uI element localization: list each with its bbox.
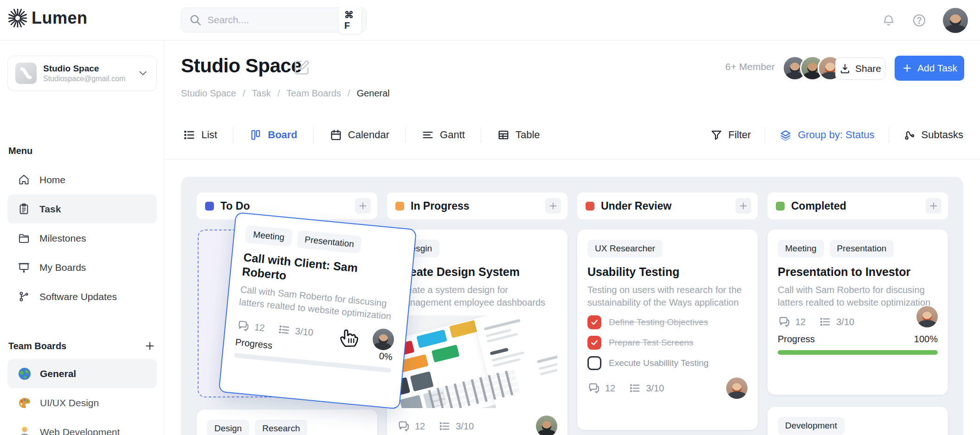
sidebar-item-software-updates[interactable]: Software Updates — [7, 282, 157, 311]
tag-chip[interactable]: Presentation — [830, 240, 894, 257]
tag-chip[interactable]: Presentation — [297, 230, 362, 254]
list-view-icon — [183, 128, 196, 141]
member-avatars[interactable] — [782, 56, 843, 81]
task-card-completed-peek[interactable]: Development — [767, 407, 948, 435]
tag-chip[interactable]: Meeting — [245, 225, 293, 247]
comments-meta[interactable]: 12 — [397, 420, 425, 433]
tab-calendar[interactable]: Calendar — [328, 128, 391, 141]
comments-meta[interactable]: 12 — [587, 382, 615, 395]
assignee-avatar[interactable] — [916, 306, 938, 327]
checklist-item[interactable]: Prepare Test Screens — [587, 336, 748, 350]
subtasks-button[interactable]: Subtasks — [903, 128, 964, 141]
team-boards-label: Team Boards — [8, 341, 66, 352]
tab-separator — [481, 127, 481, 143]
tag-chip[interactable]: Design — [207, 420, 249, 435]
tag-chip[interactable]: UX Researcher — [587, 240, 663, 257]
assignee-avatar[interactable] — [372, 328, 395, 351]
edit-title-icon[interactable] — [293, 58, 311, 76]
workspace-name: Studio Space — [43, 64, 125, 74]
group-by-button[interactable]: Group by: Status — [779, 128, 874, 141]
task-card-usability-testing[interactable]: UX Researcher Usability Testing Testing … — [577, 230, 758, 430]
add-task-button[interactable]: Add Task — [895, 56, 964, 81]
status-dot-todo — [205, 202, 214, 211]
sidebar-item-my-boards[interactable]: My Boards — [7, 253, 157, 282]
sidebar-board-web-development[interactable]: Web Development — [7, 417, 157, 435]
search-input[interactable] — [207, 14, 333, 26]
subtasks-meta[interactable]: 3/10 — [277, 323, 314, 339]
progress-bar — [778, 350, 938, 355]
page-title: Studio Space — [181, 55, 302, 77]
card-description: Call with Sam Roberto for discusing latt… — [778, 284, 938, 309]
kanban-board: To Do In Progress Under Review Completed… — [181, 177, 963, 435]
task-card-create-design-system[interactable]: Desgin Create Design System Create a sys… — [387, 230, 567, 435]
task-card-presentation-to-investor[interactable]: Meeting Presentation Presentation to Inv… — [767, 230, 948, 395]
workspace-email: Studiospace@gmail.com — [43, 75, 125, 83]
sidebar-item-home[interactable]: Home — [7, 165, 157, 194]
tab-list[interactable]: List — [181, 128, 219, 141]
home-icon — [18, 173, 30, 186]
subtasks-count: 3/10 — [646, 383, 664, 394]
group-by-label: Group by: Status — [798, 129, 874, 141]
checkbox-checked-icon[interactable] — [587, 336, 601, 350]
notifications-bell-icon[interactable] — [882, 13, 896, 27]
subtasks-count: 3/10 — [456, 421, 474, 432]
filter-button[interactable]: Filter — [710, 128, 751, 141]
tab-gantt[interactable]: Gantt — [419, 128, 467, 141]
column-header-completed: Completed — [767, 192, 948, 219]
branch-icon — [18, 290, 30, 303]
subtasks-meta[interactable]: 3/10 — [438, 420, 474, 433]
share-button[interactable]: Share — [835, 58, 885, 80]
checklist-item[interactable]: Execute Usabillity Testing — [587, 356, 748, 370]
help-icon[interactable] — [912, 13, 926, 27]
tag-chip[interactable]: Meeting — [778, 240, 824, 257]
tag-chip[interactable]: Development — [778, 417, 845, 435]
tab-table[interactable]: Table — [495, 128, 542, 141]
add-card-button[interactable] — [355, 198, 371, 214]
tag-chip[interactable]: Research — [255, 420, 307, 435]
search-bar[interactable]: ⌘ F — [181, 7, 367, 32]
sidebar-item-label: Home — [39, 174, 65, 186]
technologist-icon — [18, 425, 32, 435]
status-dot-in-progress — [395, 202, 404, 211]
workspace-logo — [15, 63, 37, 84]
subtasks-label: Subtasks — [922, 129, 964, 141]
sidebar-item-label: Software Updates — [39, 291, 117, 302]
status-dot-completed — [776, 202, 785, 211]
add-card-button[interactable] — [735, 198, 751, 214]
sidebar-item-task[interactable]: Task — [7, 194, 157, 224]
tab-label: Calendar — [348, 129, 389, 141]
checkbox-unchecked-icon[interactable] — [587, 356, 601, 370]
comments-meta[interactable]: 12 — [236, 319, 265, 334]
column-name: Completed — [791, 200, 846, 212]
comments-meta[interactable]: 12 — [778, 315, 806, 328]
sidebar-board-uiux-design[interactable]: UI/UX Design — [7, 388, 157, 417]
view-tabs: List Board Calendar Gantt Table — [181, 127, 542, 143]
add-card-button[interactable] — [926, 198, 941, 214]
globe-icon — [18, 367, 32, 381]
controls-separator — [765, 127, 765, 143]
tab-board[interactable]: Board — [247, 128, 299, 141]
assignee-avatar[interactable] — [536, 416, 557, 435]
assignee-avatar[interactable] — [726, 377, 748, 399]
workspace-switcher[interactable]: Studio Space Studiospace@gmail.com — [7, 56, 157, 91]
dragged-task-card[interactable]: Meeting Presentation Call with Client: S… — [219, 212, 417, 409]
add-card-button[interactable] — [545, 198, 561, 214]
grab-hand-cursor-icon — [337, 324, 361, 348]
checklist-item[interactable]: Define Testing Objectives — [587, 315, 748, 329]
subtasks-meta[interactable]: 3/10 — [819, 315, 854, 328]
breadcrumb-item[interactable]: Task — [252, 88, 271, 99]
user-avatar[interactable] — [943, 8, 968, 33]
sidebar-item-milestones[interactable]: Milestones — [7, 224, 157, 253]
calendar-icon — [329, 128, 342, 141]
sidebar-board-general[interactable]: General — [7, 359, 157, 388]
column-name: Under Review — [601, 200, 671, 212]
progress-value: 0% — [379, 351, 393, 363]
task-card-todo-peek[interactable]: Design Research — [197, 409, 377, 435]
breadcrumb-item[interactable]: Team Boards — [286, 88, 341, 99]
breadcrumb-item[interactable]: Studio Space — [181, 88, 236, 99]
column-name: To Do — [220, 200, 250, 212]
add-board-plus-icon[interactable] — [144, 340, 156, 352]
checkbox-checked-icon[interactable] — [587, 315, 601, 329]
tab-separator — [233, 127, 233, 143]
subtasks-meta[interactable]: 3/10 — [628, 382, 664, 395]
